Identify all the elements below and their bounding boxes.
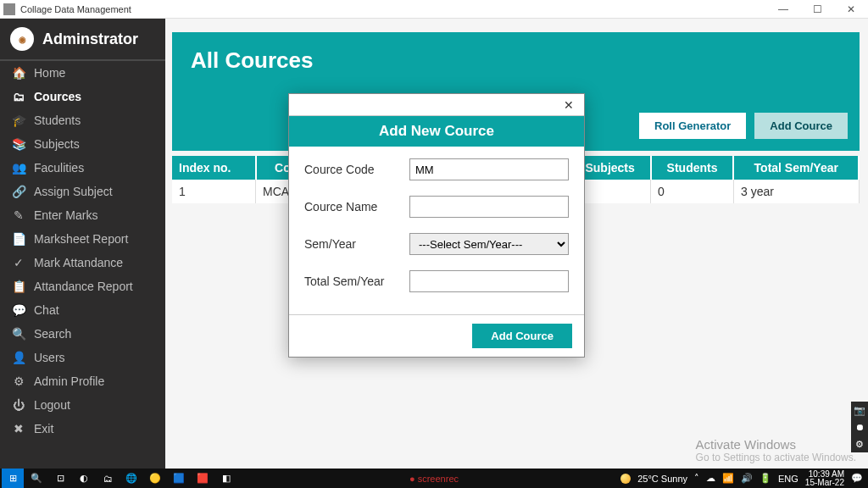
cource-name-input[interactable] [409, 196, 569, 218]
sidebar-item-faculities[interactable]: 👥Faculities [0, 156, 165, 180]
sidebar-item-users[interactable]: 👤Users [0, 346, 165, 369]
column-header: Total Sem/Year [733, 156, 859, 180]
taskbar-chrome-icon[interactable]: 🟡 [144, 469, 166, 488]
sidebar-item-label: Students [34, 114, 81, 127]
roll-generator-button[interactable]: Roll Generator [639, 113, 746, 139]
sidebar-item-label: Home [34, 66, 65, 80]
sidebar-item-admin-profile-icon: ⚙ [12, 374, 25, 388]
sidebar-item-label: Enter Marks [34, 208, 97, 222]
sidebar-item-label: Exit [34, 422, 53, 435]
sidebar-item-students-icon: 🎓 [12, 114, 25, 127]
sidebar-item-marksheet-report-icon: 📄 [12, 232, 25, 246]
tray-chevron-icon[interactable]: ˄ [694, 473, 699, 484]
sidebar-item-subjects-icon: 📚 [12, 137, 25, 151]
screenrec-settings-icon[interactable]: ⚙ [851, 435, 868, 452]
window-title-text: Collage Data Management [20, 4, 131, 14]
sidebar-item-search[interactable]: 🔍Search [0, 322, 165, 346]
sidebar-item-label: Mark Attandance [34, 256, 123, 269]
sidebar-item-exit[interactable]: ✖Exit [0, 417, 165, 441]
dialog-close-button[interactable]: ✕ [559, 98, 579, 112]
sidebar-title: Adminstrator [42, 30, 138, 48]
sidebar-item-label: Marksheet Report [34, 232, 128, 246]
add-cource-dialog: ✕ Add New Cource Cource Code Cource Name… [288, 93, 585, 358]
dialog-add-cource-button[interactable]: Add Cource [472, 324, 572, 348]
notifications-icon[interactable]: 💬 [851, 473, 863, 484]
taskbar-explorer-icon[interactable]: 🗂 [97, 469, 119, 488]
screenrec-indicator: ● screenrec [409, 474, 459, 484]
taskbar-taskview-icon[interactable]: ⊡ [49, 469, 71, 488]
sidebar-header: ◉ Adminstrator [0, 19, 165, 61]
dialog-title: Add New Cource [289, 116, 584, 147]
column-header: Index no. [172, 156, 256, 180]
tray-language-icon[interactable]: ENG [778, 474, 798, 484]
total-semyear-input[interactable] [409, 270, 569, 292]
screenrec-camera-icon[interactable]: 📷 [851, 402, 868, 419]
sidebar-item-home-icon: 🏠 [12, 66, 25, 80]
sidebar-item-label: Assign Subject [34, 185, 113, 198]
start-button[interactable]: ⊞ [2, 469, 24, 488]
cource-name-label: Cource Name [304, 200, 398, 214]
sidebar-item-logout-icon: ⏻ [12, 398, 25, 412]
sidebar-item-assign-subject-icon: 🔗 [12, 185, 25, 198]
sidebar-item-label: Subjects [34, 137, 80, 151]
sidebar-item-label: Faculities [34, 161, 84, 175]
taskbar-search-icon[interactable]: 🔍 [25, 469, 47, 488]
sidebar-item-mark-attandance-icon: ✓ [12, 256, 25, 269]
app-icon [3, 3, 15, 15]
cource-code-input[interactable] [409, 158, 569, 180]
screenrec-record-icon[interactable]: ⏺ [851, 419, 868, 435]
sidebar-item-search-icon: 🔍 [12, 327, 25, 341]
column-header: Students [651, 156, 734, 180]
sidebar-item-faculities-icon: 👥 [12, 161, 25, 175]
screenrec-toolbar[interactable]: 📷 ⏺ ⚙ [851, 402, 868, 452]
sidebar-item-cources[interactable]: 🗂Cources [0, 85, 165, 108]
tray-volume-icon[interactable]: 🔊 [741, 473, 753, 484]
taskbar-app3-icon[interactable]: ◧ [215, 469, 237, 488]
sidebar-item-exit-icon: ✖ [12, 422, 25, 435]
sidebar-item-marksheet-report[interactable]: 📄Marksheet Report [0, 227, 165, 251]
add-cource-button[interactable]: Add Cource [754, 113, 848, 139]
taskbar-app2-icon[interactable]: 🟥 [192, 469, 214, 488]
sidebar-item-subjects[interactable]: 📚Subjects [0, 132, 165, 156]
sidebar: ◉ Adminstrator 🏠Home🗂Cources🎓Students📚Su… [0, 19, 165, 469]
sidebar-item-label: Chat [34, 303, 59, 317]
sidebar-item-label: Cources [34, 90, 81, 103]
sidebar-item-logout[interactable]: ⏻Logout [0, 393, 165, 417]
close-window-button[interactable]: ✕ [834, 0, 868, 19]
weather-icon [620, 474, 631, 484]
sidebar-item-chat[interactable]: 💬Chat [0, 298, 165, 322]
sidebar-item-assign-subject[interactable]: 🔗Assign Subject [0, 180, 165, 203]
window-titlebar: Collage Data Management — ☐ ✕ [0, 0, 868, 19]
minimize-button[interactable]: — [766, 0, 800, 19]
sidebar-item-label: Users [34, 351, 65, 364]
taskbar-clock[interactable]: 10:39 AM 15-Mar-22 [805, 470, 844, 487]
windows-taskbar[interactable]: ⊞ 🔍 ⊡ ◐ 🗂 🌐 🟡 🟦 🟥 ◧ ● screenrec 25°C Sun… [0, 469, 868, 488]
activate-windows-watermark: Activate Windows Go to Settings to activ… [696, 437, 856, 463]
semyear-label: Sem/Year [304, 237, 398, 251]
sidebar-item-users-icon: 👤 [12, 351, 25, 364]
tray-onedrive-icon[interactable]: ☁ [706, 473, 715, 484]
maximize-button[interactable]: ☐ [800, 0, 834, 19]
cource-code-label: Cource Code [304, 163, 398, 176]
sidebar-item-mark-attandance[interactable]: ✓Mark Attandance [0, 251, 165, 274]
sidebar-item-label: Admin Profile [34, 374, 104, 388]
taskbar-app1-icon[interactable]: 🟦 [168, 469, 190, 488]
sidebar-item-enter-marks-icon: ✎ [12, 208, 25, 222]
sidebar-item-admin-profile[interactable]: ⚙Admin Profile [0, 369, 165, 393]
page-title: All Cources [191, 47, 841, 74]
tray-wifi-icon[interactable]: 📶 [722, 473, 734, 484]
sidebar-item-students[interactable]: 🎓Students [0, 108, 165, 132]
sidebar-item-label: Logout [34, 398, 70, 412]
taskbar-eclipse-icon[interactable]: ◐ [73, 469, 95, 488]
sidebar-item-cources-icon: 🗂 [12, 90, 25, 103]
total-semyear-label: Total Sem/Year [304, 274, 398, 288]
sidebar-item-home[interactable]: 🏠Home [0, 61, 165, 85]
weather-text[interactable]: 25°C Sunny [637, 474, 687, 484]
semyear-select[interactable]: ---Select Sem/Year--- [409, 233, 569, 255]
taskbar-edge-icon[interactable]: 🌐 [120, 469, 142, 488]
sidebar-item-attandance-report[interactable]: 📋Attandance Report [0, 274, 165, 298]
sidebar-item-enter-marks[interactable]: ✎Enter Marks [0, 203, 165, 227]
tray-battery-icon[interactable]: 🔋 [760, 473, 771, 484]
sidebar-item-attandance-report-icon: 📋 [12, 280, 25, 293]
sidebar-item-chat-icon: 💬 [12, 303, 25, 317]
